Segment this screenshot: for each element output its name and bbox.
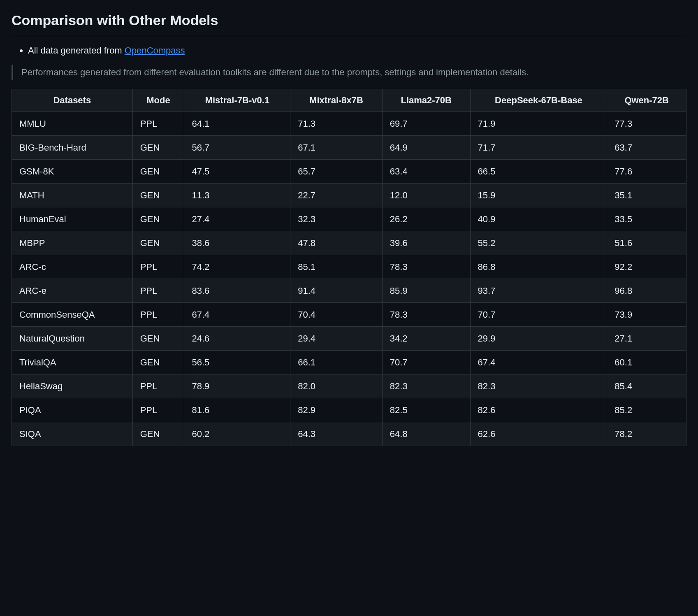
col-header-6: Qwen-72B [607,89,686,112]
value-cell: 93.7 [470,279,607,302]
table-row: ARC-cPPL74.285.178.386.892.2 [12,255,686,279]
value-cell: 22.7 [290,183,383,207]
value-cell: 63.7 [607,135,686,159]
mode-cell: GEN [132,231,184,255]
dataset-cell: HumanEval [12,207,133,231]
dataset-cell: PIQA [12,398,133,422]
value-cell: 29.4 [290,326,383,350]
value-cell: 78.2 [607,422,686,446]
value-cell: 70.4 [290,302,383,326]
value-cell: 39.6 [382,231,470,255]
value-cell: 34.2 [382,326,470,350]
mode-cell: GEN [132,183,184,207]
value-cell: 64.1 [184,112,290,135]
value-cell: 29.9 [470,326,607,350]
blockquote-note: Performances generated from different ev… [12,65,686,80]
value-cell: 67.1 [290,135,383,159]
value-cell: 85.9 [382,279,470,302]
value-cell: 35.1 [607,183,686,207]
value-cell: 40.9 [470,207,607,231]
value-cell: 47.8 [290,231,383,255]
table-row: CommonSenseQAPPL67.470.478.370.773.9 [12,302,686,326]
value-cell: 56.7 [184,135,290,159]
dataset-cell: HellaSwag [12,374,133,398]
mode-cell: PPL [132,398,184,422]
value-cell: 71.9 [470,112,607,135]
value-cell: 27.4 [184,207,290,231]
opencompass-link[interactable]: OpenCompass [125,45,185,56]
value-cell: 38.6 [184,231,290,255]
value-cell: 67.4 [470,350,607,374]
value-cell: 71.7 [470,135,607,159]
table-row: MBPPGEN38.647.839.655.251.6 [12,231,686,255]
table-header-row: DatasetsModeMistral-7B-v0.1Mixtral-8x7BL… [12,89,686,112]
value-cell: 86.8 [470,255,607,279]
value-cell: 82.0 [290,374,383,398]
bullet-list: All data generated from OpenCompass [12,44,686,57]
dataset-cell: ARC-c [12,255,133,279]
value-cell: 62.6 [470,422,607,446]
value-cell: 77.3 [607,112,686,135]
bullet-text-prefix: All data generated from [28,45,125,56]
value-cell: 65.7 [290,159,383,183]
value-cell: 47.5 [184,159,290,183]
dataset-cell: ARC-e [12,279,133,302]
table-row: SIQAGEN60.264.364.862.678.2 [12,422,686,446]
value-cell: 82.6 [470,398,607,422]
value-cell: 78.3 [382,255,470,279]
mode-cell: PPL [132,279,184,302]
value-cell: 63.4 [382,159,470,183]
value-cell: 73.9 [607,302,686,326]
value-cell: 82.3 [382,374,470,398]
value-cell: 85.2 [607,398,686,422]
table-row: MMLUPPL64.171.369.771.977.3 [12,112,686,135]
table-row: NaturalQuestionGEN24.629.434.229.927.1 [12,326,686,350]
mode-cell: GEN [132,207,184,231]
value-cell: 64.8 [382,422,470,446]
value-cell: 78.9 [184,374,290,398]
value-cell: 83.6 [184,279,290,302]
value-cell: 85.1 [290,255,383,279]
dataset-cell: GSM-8K [12,159,133,183]
dataset-cell: MMLU [12,112,133,135]
col-header-1: Mode [132,89,184,112]
table-row: BIG-Bench-HardGEN56.767.164.971.763.7 [12,135,686,159]
value-cell: 96.8 [607,279,686,302]
table-row: HumanEvalGEN27.432.326.240.933.5 [12,207,686,231]
value-cell: 24.6 [184,326,290,350]
dataset-cell: CommonSenseQA [12,302,133,326]
value-cell: 32.3 [290,207,383,231]
value-cell: 64.3 [290,422,383,446]
col-header-2: Mistral-7B-v0.1 [184,89,290,112]
mode-cell: GEN [132,326,184,350]
value-cell: 11.3 [184,183,290,207]
col-header-3: Mixtral-8x7B [290,89,383,112]
table-row: TrivialQAGEN56.566.170.767.460.1 [12,350,686,374]
mode-cell: PPL [132,302,184,326]
table-row: HellaSwagPPL78.982.082.382.385.4 [12,374,686,398]
value-cell: 82.5 [382,398,470,422]
dataset-cell: MBPP [12,231,133,255]
value-cell: 77.6 [607,159,686,183]
dataset-cell: MATH [12,183,133,207]
value-cell: 51.6 [607,231,686,255]
table-body: MMLUPPL64.171.369.771.977.3BIG-Bench-Har… [12,112,686,446]
value-cell: 56.5 [184,350,290,374]
mode-cell: GEN [132,422,184,446]
value-cell: 66.1 [290,350,383,374]
dataset-cell: NaturalQuestion [12,326,133,350]
bullet-item: All data generated from OpenCompass [28,44,686,57]
section-heading: Comparison with Other Models [12,10,686,36]
table-head: DatasetsModeMistral-7B-v0.1Mixtral-8x7BL… [12,89,686,112]
mode-cell: PPL [132,255,184,279]
dataset-cell: TrivialQA [12,350,133,374]
value-cell: 33.5 [607,207,686,231]
table-row: PIQAPPL81.682.982.582.685.2 [12,398,686,422]
value-cell: 82.3 [470,374,607,398]
value-cell: 60.1 [607,350,686,374]
value-cell: 26.2 [382,207,470,231]
value-cell: 69.7 [382,112,470,135]
value-cell: 74.2 [184,255,290,279]
dataset-cell: SIQA [12,422,133,446]
value-cell: 71.3 [290,112,383,135]
